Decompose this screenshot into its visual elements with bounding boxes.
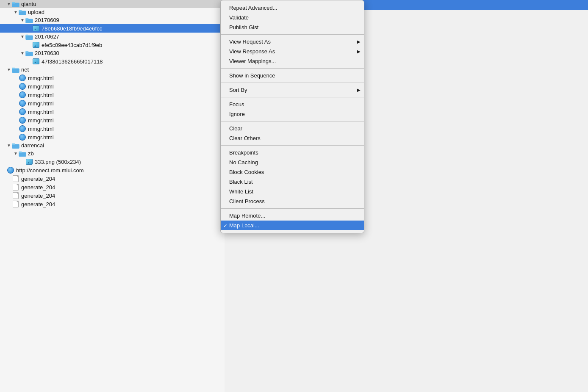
folder-icon [12,143,19,149]
file-icon [12,184,19,190]
menu-separator-7 [221,208,364,209]
spacer [14,101,19,106]
menu-item-map-remote[interactable]: Map Remote... [221,211,364,221]
menu-item-label: View Request As [229,39,271,45]
spacer [7,177,12,181]
menu-item-show-in-sequence[interactable]: Show in Sequence [221,71,364,80]
tree-label: mmgr.html [28,100,225,107]
menu-section-4: Sort By ▶ [221,84,364,96]
tree-item-mmgr6[interactable]: mmgr.html [0,116,225,124]
tree-item-http[interactable]: http://connect.rom.miui.com [0,166,225,174]
web-icon [19,108,26,115]
tree-item-img4[interactable]: 333.png (500x234) [0,157,225,166]
tree-label: generate_204 [21,184,225,190]
tree-item-img1[interactable]: 78eb680e18fb9ed4e6fcc [0,24,225,33]
menu-item-publish-gist[interactable]: Publish Gist [221,22,364,32]
svg-rect-13 [12,143,15,145]
tree-label: efe5c09ee43cab7d1f9eb [42,42,225,48]
tree-item-img3[interactable]: 47f38d13626665f017118 [0,57,225,66]
tree-item-net[interactable]: ▼ net [0,66,225,74]
menu-item-label: Map Remote... [229,213,265,219]
expand-arrow: ▼ [7,2,12,6]
tree-label: http://connect.rom.miui.com [16,167,225,174]
menu-item-black-list[interactable]: Black List [221,177,364,187]
folder-icon [12,67,19,73]
menu-item-label: Block Cookies [229,169,264,175]
tree-item-darrencai[interactable]: ▼ darrencai [0,141,225,149]
menu-item-viewer-mappings[interactable]: Viewer Mappings... [221,56,364,66]
menu-item-label: Client Process [229,198,265,204]
menu-item-focus[interactable]: Focus [221,99,364,109]
spacer [14,118,19,123]
web-icon [19,134,26,141]
tree-label: 47f38d13626665f017118 [42,58,225,65]
menu-item-clear-others[interactable]: Clear Others [221,133,364,143]
tree-label: mmgr.html [28,92,225,98]
web-icon [19,75,26,81]
file-icon [12,201,19,207]
spacer [14,93,19,97]
menu-item-label: White List [229,188,253,195]
tree-label: mmgr.html [28,109,225,115]
folder-icon [19,9,26,15]
tree-item-mmgr2[interactable]: mmgr.html [0,82,225,91]
tree-item-gen1[interactable]: generate_204 [0,174,225,183]
context-menu: Repeat Advanced... Validate Publish Gist… [220,0,364,233]
menu-item-clear[interactable]: Clear [221,124,364,133]
tree-label: generate_204 [21,176,225,182]
spacer [20,160,25,164]
menu-separator-5 [221,121,364,121]
tree-item-gen2[interactable]: generate_204 [0,183,225,191]
tree-item-mmgr1[interactable]: mmgr.html [0,74,225,82]
menu-item-validate[interactable]: Validate [221,13,364,22]
menu-item-breakpoints[interactable]: Breakpoints [221,148,364,157]
spacer [7,185,12,190]
svg-rect-5 [25,18,28,19]
tree-item-gen4[interactable]: generate_204 [0,200,225,208]
menu-item-label: View Response As [229,48,275,55]
tree-item-20170609[interactable]: ▼ 20170609 [0,16,225,24]
tree-item-zb[interactable]: ▼ zb [0,149,225,157]
menu-item-ignore[interactable]: Ignore [221,109,364,119]
tree-item-qiantu[interactable]: ▼ qiantu [0,0,225,8]
menu-item-label: Repeat Advanced... [229,5,277,11]
tree-item-mmgr3[interactable]: mmgr.html [0,91,225,99]
menu-item-sort-by[interactable]: Sort By ▶ [221,85,364,95]
menu-separator-3 [221,83,364,83]
spacer [27,43,32,47]
expand-arrow: ▼ [14,10,19,14]
tree-item-mmgr7[interactable]: mmgr.html [0,124,225,133]
menu-item-block-cookies[interactable]: Block Cookies [221,167,364,177]
tree-label: generate_204 [21,201,225,207]
menu-item-repeat-advanced[interactable]: Repeat Advanced... [221,3,364,13]
menu-item-label: Black List [229,179,253,185]
svg-rect-15 [19,151,22,153]
tree-item-img2[interactable]: efe5c09ee43cab7d1f9eb [0,41,225,49]
tree-item-gen3[interactable]: generate_204 [0,191,225,200]
menu-item-client-process[interactable]: Client Process [221,196,364,206]
spacer [14,84,19,89]
tree-item-20170630[interactable]: ▼ 20170630 [0,49,225,57]
tree-item-mmgr4[interactable]: mmgr.html [0,99,225,108]
spacer [27,59,32,64]
menu-item-map-local[interactable]: ✓ Map Local... [221,221,364,230]
file-icon [12,175,19,182]
menu-item-no-caching[interactable]: No Caching [221,157,364,167]
menu-item-view-request-as[interactable]: View Request As ▶ [221,37,364,47]
menu-section-7: Breakpoints No Caching Block Cookies Bla… [221,147,364,207]
tree-item-mmgr5[interactable]: mmgr.html [0,108,225,116]
menu-item-view-response-as[interactable]: View Response As ▶ [221,47,364,56]
menu-section-1: Repeat Advanced... Validate Publish Gist [221,2,364,33]
menu-item-white-list[interactable]: White List [221,187,364,196]
svg-rect-7 [25,34,28,36]
web-icon [19,100,26,107]
web-icon [19,117,26,124]
menu-separator-2 [221,68,364,69]
tree-item-20170627[interactable]: ▼ 20170627 [0,33,225,41]
spacer [7,202,12,207]
menu-item-label: Clear Others [229,135,261,141]
tree-item-mmgr8[interactable]: mmgr.html [0,133,225,141]
tree-label: mmgr.html [28,126,225,132]
tree-item-upload[interactable]: ▼ upload [0,8,225,16]
tree-label: mmgr.html [28,83,225,90]
